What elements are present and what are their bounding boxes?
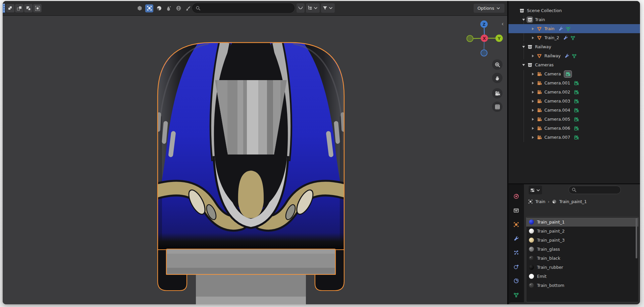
disclosure-expanded-icon[interactable]: [521, 46, 526, 48]
disclosure-collapsed-icon[interactable]: [531, 73, 535, 75]
outliner-row-camera-005[interactable]: Camera.005: [508, 115, 640, 124]
orthographic-grid-button[interactable]: [492, 102, 502, 112]
camera-data-active-icon[interactable]: [564, 71, 572, 77]
outliner-row-railway[interactable]: Railway: [508, 51, 640, 60]
breadcrumb-material[interactable]: Train_paint_1: [559, 199, 587, 204]
3d-viewport[interactable]: Z X Y ‹: [3, 16, 507, 304]
camera-obj-icon: [536, 125, 542, 131]
toolbar-search[interactable]: [192, 3, 294, 13]
camera-data-icon[interactable]: [574, 98, 579, 104]
tab-object-data[interactable]: [508, 288, 524, 302]
material-slot-train_glass[interactable]: Train_glass: [526, 245, 638, 254]
outliner-row-railway[interactable]: Railway: [508, 42, 640, 51]
select-mode-set-button[interactable]: [6, 4, 14, 12]
material-list-scrollbar[interactable]: [636, 218, 637, 258]
pan-hand-button[interactable]: [492, 73, 502, 83]
outliner-row-train[interactable]: Train: [508, 24, 640, 33]
axis-z-negative-ball[interactable]: [481, 50, 487, 56]
options-button[interactable]: Options: [474, 4, 504, 13]
outliner-row-camera[interactable]: Camera: [508, 69, 640, 78]
outliner-row-scene-collection[interactable]: Scene Collection: [508, 6, 640, 15]
tab-physics[interactable]: [508, 260, 524, 273]
disclosure-collapsed-icon[interactable]: [531, 82, 535, 84]
axis-z-ball[interactable]: Z: [480, 20, 488, 28]
wrench-icon[interactable]: [558, 26, 564, 32]
mesh-data-icon[interactable]: [570, 35, 576, 41]
desktop-background: Options: [0, 0, 644, 307]
tab-output[interactable]: [508, 204, 524, 217]
wrench-icon[interactable]: [564, 53, 570, 59]
select-mode-intersect-button[interactable]: [33, 4, 42, 12]
material-slot-train_paint_3[interactable]: Train_paint_3: [526, 236, 638, 245]
tab-constraints[interactable]: [508, 274, 524, 288]
collection-icon: [527, 62, 533, 68]
disclosure-collapsed-icon[interactable]: [531, 136, 535, 139]
falloff-sphere-icon[interactable]: [155, 4, 163, 12]
material-slot-train_bottom[interactable]: Train_bottom: [526, 281, 638, 290]
outliner-row-train[interactable]: Train: [508, 15, 640, 24]
hexagon-icon[interactable]: [136, 4, 144, 12]
disclosure-collapsed-icon[interactable]: [531, 27, 535, 30]
camera-data-icon[interactable]: [574, 107, 579, 113]
axis-x-ball[interactable]: X: [481, 35, 488, 42]
disclosure-collapsed-icon[interactable]: [531, 109, 535, 112]
camera-data-icon[interactable]: [574, 125, 579, 131]
tab-material[interactable]: [508, 302, 524, 304]
outliner-row-cameras[interactable]: Cameras: [508, 60, 640, 69]
outliner-row-camera-007[interactable]: Camera.007: [508, 133, 640, 142]
zoom-button[interactable]: [492, 59, 502, 70]
disclosure-collapsed-icon[interactable]: [531, 37, 535, 39]
outliner-row-camera-004[interactable]: Camera.004: [508, 106, 640, 115]
material-slot-emit[interactable]: Emit: [526, 272, 638, 281]
material-slot-train_paint_2[interactable]: Train_paint_2: [526, 227, 638, 236]
wrench-icon[interactable]: [562, 35, 568, 41]
tab-object[interactable]: [508, 218, 524, 231]
mesh-data-icon[interactable]: [565, 26, 571, 32]
material-slot-train_paint_1[interactable]: Train_paint_1: [526, 218, 638, 227]
world-icon[interactable]: [174, 4, 182, 12]
camera-data-icon[interactable]: [574, 80, 579, 86]
properties-search[interactable]: [569, 186, 621, 194]
3d-viewport-render-train[interactable]: [3, 16, 507, 304]
falloff-curve-dropdown[interactable]: [297, 3, 305, 13]
material-slot-train_rubber[interactable]: Train_rubber: [526, 263, 638, 272]
breadcrumb-object[interactable]: Train: [535, 199, 545, 204]
tab-modifiers[interactable]: [508, 232, 524, 245]
object-icon: [528, 199, 533, 204]
active-tool-partial-button[interactable]: [3, 4, 5, 13]
navigation-gizmo[interactable]: Z X Y: [464, 20, 504, 57]
material-slot-train_black[interactable]: Train_black: [526, 254, 638, 263]
disclosure-collapsed-icon[interactable]: [531, 127, 535, 130]
disclosure-collapsed-icon[interactable]: [531, 55, 535, 57]
camera-view-button[interactable]: [492, 88, 502, 99]
select-mode-extend-button[interactable]: [15, 4, 23, 12]
brush-icon[interactable]: [184, 4, 192, 12]
disclosure-collapsed-icon[interactable]: [531, 118, 535, 121]
disclosure-collapsed-icon[interactable]: [531, 91, 535, 94]
filter-dropdown[interactable]: [321, 3, 335, 13]
tab-render[interactable]: [508, 190, 524, 203]
clone-droplet-icon[interactable]: [165, 4, 173, 12]
camera-data-icon[interactable]: [574, 116, 579, 122]
sidebar-collapse-arrow[interactable]: ‹: [501, 20, 504, 27]
disclosure-expanded-icon[interactable]: [521, 19, 526, 21]
stencil-square-icon[interactable]: [145, 4, 153, 12]
search-input[interactable]: [201, 5, 282, 11]
select-mode-subtract-button[interactable]: [24, 4, 33, 12]
tab-particles[interactable]: [508, 246, 524, 259]
disclosure-expanded-icon[interactable]: [521, 64, 526, 66]
outliner-row-train-2[interactable]: Train_2: [508, 33, 640, 42]
properties-search-input[interactable]: [577, 187, 615, 193]
outliner-row-camera-006[interactable]: Camera.006: [508, 124, 640, 133]
outliner-row-camera-002[interactable]: Camera.002: [508, 87, 640, 97]
mesh-data-icon[interactable]: [571, 53, 577, 59]
outliner-row-camera-001[interactable]: Camera.001: [508, 78, 640, 87]
axis-y-negative-ball[interactable]: [467, 36, 473, 42]
disclosure-collapsed-icon[interactable]: [531, 100, 535, 103]
axis-y-ball[interactable]: Y: [495, 35, 503, 42]
camera-data-icon[interactable]: [574, 134, 579, 140]
outliner-row-camera-003[interactable]: Camera.003: [508, 97, 640, 106]
camera-data-icon[interactable]: [574, 89, 579, 95]
display-mode-dropdown[interactable]: [306, 3, 320, 13]
editor-type-button[interactable]: [529, 186, 542, 194]
